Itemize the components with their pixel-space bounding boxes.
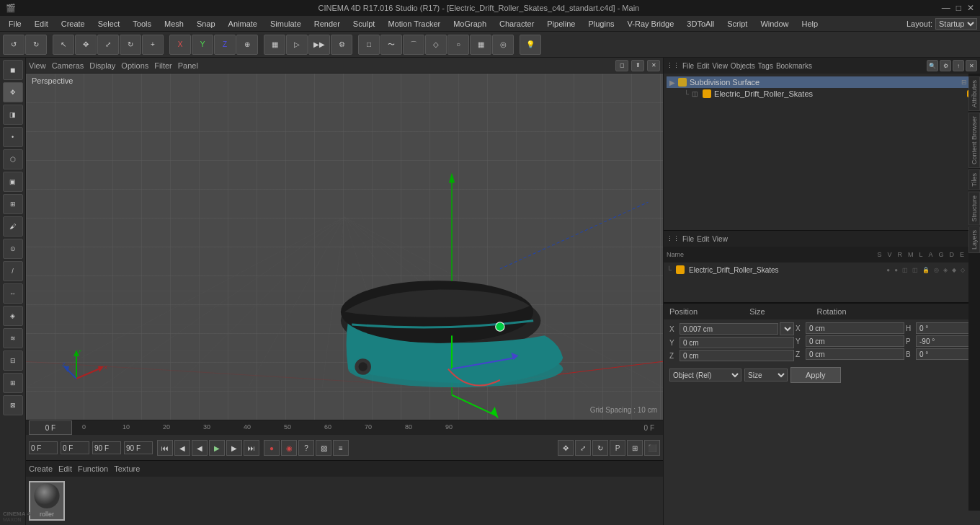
start-frame-input[interactable] bbox=[29, 441, 58, 454]
menu-animate[interactable]: Animate bbox=[223, 18, 263, 30]
next-frame-button[interactable]: ▶ bbox=[226, 440, 242, 456]
end-frame-input[interactable] bbox=[92, 441, 121, 454]
obj-mgr-b-edit[interactable]: Edit bbox=[697, 235, 709, 243]
smooth-button[interactable]: ≋ bbox=[3, 328, 23, 348]
current-frame-input[interactable] bbox=[61, 441, 89, 454]
pos-key-button[interactable]: P bbox=[610, 440, 625, 456]
menu-tools[interactable]: Tools bbox=[127, 18, 157, 30]
goto-start-button[interactable]: ⏮ bbox=[157, 440, 173, 456]
polygon-mode-button[interactable]: ▣ bbox=[3, 172, 23, 192]
render-all-button[interactable]: ▶▶ bbox=[308, 35, 330, 55]
world-axis-button[interactable]: ⊕ bbox=[236, 35, 258, 55]
minimize-button[interactable]: — bbox=[942, 3, 950, 13]
coord-size-select[interactable]: Size Scale bbox=[744, 369, 788, 381]
obj-menu-edit[interactable]: Edit bbox=[697, 62, 709, 70]
nurbs-button[interactable]: ⌒ bbox=[403, 35, 424, 55]
rotate-keys-button[interactable]: ↻ bbox=[592, 440, 608, 456]
obj-mgr-config[interactable]: ⚙ bbox=[940, 60, 951, 71]
viewport-maximize[interactable]: ◻ bbox=[615, 60, 628, 71]
pos-x-unit[interactable] bbox=[780, 322, 794, 335]
pos-z-input[interactable] bbox=[680, 350, 794, 361]
spline-button[interactable]: 〜 bbox=[380, 35, 402, 55]
max-frame-input[interactable] bbox=[124, 441, 153, 454]
obj-menu-bookmarks[interactable]: Bookmarks bbox=[776, 62, 812, 70]
z-axis-button[interactable]: Z bbox=[214, 35, 236, 55]
size-x-input[interactable] bbox=[806, 322, 904, 334]
obj-row-subdivision[interactable]: ▶ Subdivision Surface ⊟ ✓ bbox=[667, 76, 977, 88]
select-tool-button[interactable]: ↖ bbox=[53, 35, 74, 55]
menu-render[interactable]: Render bbox=[308, 18, 346, 30]
move-keys-button[interactable]: ✥ bbox=[558, 440, 574, 456]
obj-mgr-b-view[interactable]: View bbox=[712, 235, 728, 243]
texture-mode-button[interactable]: ◨ bbox=[3, 105, 23, 125]
menu-3dtoall[interactable]: 3DToAll bbox=[681, 18, 720, 30]
rotate-tool-button[interactable]: ↻ bbox=[120, 35, 141, 55]
viewport-menu-options[interactable]: Options bbox=[121, 61, 148, 70]
obj-menu-file[interactable]: File bbox=[682, 62, 694, 70]
record-button[interactable]: ● bbox=[264, 440, 280, 456]
viewport-menu-cameras[interactable]: Cameras bbox=[52, 61, 84, 70]
object-list-row[interactable]: └ Electric_Drift_Roller_Skates ● ● ◫ ◫ 🔒… bbox=[664, 262, 980, 277]
menu-select[interactable]: Select bbox=[92, 18, 126, 30]
menu-edit[interactable]: Edit bbox=[29, 18, 54, 30]
scene-button[interactable]: ◎ bbox=[492, 35, 514, 55]
expand-button[interactable]: ⬛ bbox=[644, 440, 660, 456]
record-all-button[interactable]: ◉ bbox=[281, 440, 297, 456]
auto-key-button[interactable]: ? bbox=[298, 440, 314, 456]
tab-structure[interactable]: Structure bbox=[968, 192, 980, 226]
goto-end-button[interactable]: ⏭ bbox=[244, 440, 259, 456]
tab-layers[interactable]: Layers bbox=[968, 226, 980, 253]
mat-menu-function[interactable]: Function bbox=[78, 464, 108, 473]
tab-tiles[interactable]: Tiles bbox=[968, 169, 980, 190]
magnet-button[interactable]: ⊙ bbox=[3, 239, 23, 259]
viewport-menu-panel[interactable]: Panel bbox=[178, 61, 198, 70]
light-button[interactable]: ○ bbox=[447, 35, 469, 55]
render-region-button[interactable]: ▦ bbox=[264, 35, 285, 55]
mat-menu-texture[interactable]: Texture bbox=[114, 464, 140, 473]
viewport-menu-display[interactable]: Display bbox=[89, 61, 115, 70]
mat-menu-create[interactable]: Create bbox=[29, 464, 53, 473]
create-tool-button[interactable]: + bbox=[142, 35, 164, 55]
viewport-close[interactable]: ✕ bbox=[647, 60, 660, 71]
play-button[interactable]: ▶ bbox=[209, 440, 225, 456]
tab-attributes[interactable]: Attributes bbox=[968, 76, 980, 111]
viewport-menu-filter[interactable]: Filter bbox=[154, 61, 172, 70]
obj-mgr-search[interactable]: 🔍 bbox=[927, 60, 938, 71]
mat-menu-edit[interactable]: Edit bbox=[58, 464, 72, 473]
obj-mgr-close[interactable]: ✕ bbox=[966, 60, 977, 71]
pos-y-input[interactable] bbox=[680, 337, 794, 348]
menu-simulate[interactable]: Simulate bbox=[264, 18, 307, 30]
prev-play-button[interactable]: ◀ bbox=[192, 440, 208, 456]
edge-mode-button[interactable]: ⬡ bbox=[3, 149, 23, 169]
obj-mgr-minimize[interactable]: ↑ bbox=[953, 60, 964, 71]
pos-x-input[interactable] bbox=[680, 323, 778, 335]
move-tool-button[interactable]: ✥ bbox=[75, 35, 97, 55]
menu-mograph[interactable]: MoGraph bbox=[447, 18, 492, 30]
obj-menu-tags[interactable]: Tags bbox=[758, 62, 773, 70]
obj-menu-objects[interactable]: Objects bbox=[731, 62, 755, 70]
menu-help[interactable]: Help bbox=[796, 18, 824, 30]
tab-content-browser[interactable]: Content Browser bbox=[968, 112, 980, 168]
deformer-button[interactable]: ◇ bbox=[425, 35, 447, 55]
menu-snap[interactable]: Snap bbox=[191, 18, 221, 30]
maximize-button[interactable]: □ bbox=[956, 3, 961, 13]
size-z-input[interactable] bbox=[806, 348, 904, 360]
snap-button[interactable]: ◈ bbox=[3, 306, 23, 326]
viewport-menu-view[interactable]: View bbox=[29, 61, 46, 70]
uv-mode-button[interactable]: ⊞ bbox=[3, 194, 23, 214]
scale-tool-button[interactable]: ⤢ bbox=[97, 35, 119, 55]
knife-button[interactable]: / bbox=[3, 261, 23, 281]
menu-sculpt[interactable]: Sculpt bbox=[347, 18, 381, 30]
layer-button[interactable]: ⊟ bbox=[3, 350, 23, 371]
obj-menu-view[interactable]: View bbox=[712, 62, 728, 70]
menu-character[interactable]: Character bbox=[494, 18, 540, 30]
undo-button[interactable]: ↺ bbox=[3, 35, 24, 55]
timeline-mode-button[interactable]: ≡ bbox=[333, 440, 349, 456]
menu-file[interactable]: File bbox=[3, 18, 27, 30]
bottom-icon2[interactable]: ⊠ bbox=[3, 395, 23, 415]
prev-frame-button[interactable]: ◀ bbox=[174, 440, 190, 456]
render-settings-button[interactable]: ⚙ bbox=[331, 35, 352, 55]
menu-script[interactable]: Script bbox=[721, 18, 753, 30]
obj-mgr-b-file[interactable]: File bbox=[682, 235, 694, 243]
point-mode-button[interactable]: • bbox=[3, 127, 23, 147]
